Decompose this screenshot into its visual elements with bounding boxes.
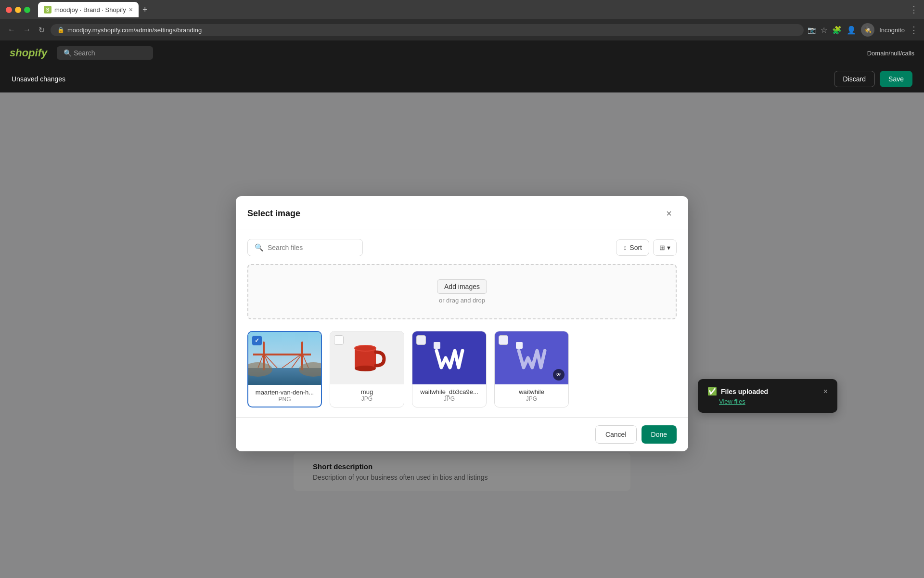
tab-favicon: S <box>44 6 51 13</box>
preview-eye-icon[interactable]: 👁 <box>553 369 565 381</box>
camera-off-icon: 📷 <box>808 26 816 34</box>
incognito-indicator: 🕵 <box>861 23 874 37</box>
browser-tab[interactable]: S moodjoy · Brand · Shopify × <box>38 2 139 17</box>
modal-overlay: Select image × 🔍 ↕ Sort ⊞ <box>0 40 924 578</box>
browser-menu[interactable]: ⋮ <box>910 4 918 15</box>
url-text: moodjoy.myshopify.com/admin/settings/bra… <box>67 26 202 34</box>
select-image-modal: Select image × 🔍 ↕ Sort ⊞ <box>236 196 688 451</box>
file-type: JPG <box>500 395 564 402</box>
admin-search[interactable]: 🔍 Search <box>57 46 153 60</box>
drop-zone[interactable]: Add images or drag and drop <box>247 264 677 319</box>
ssl-lock-icon: 🔒 <box>57 26 64 33</box>
file-card[interactable]: mug JPG <box>330 331 404 407</box>
file-checkbox[interactable] <box>499 335 508 345</box>
waitwhile-logo-2 <box>515 341 549 375</box>
discard-button[interactable]: Discard <box>834 71 875 87</box>
toast-close-button[interactable]: × <box>823 387 828 396</box>
svg-rect-17 <box>434 342 440 349</box>
grid-icon: ⊞ <box>659 244 665 251</box>
file-checkbox[interactable] <box>334 335 344 345</box>
forward-btn[interactable]: → <box>21 24 33 36</box>
toast-view-files-link[interactable]: View files <box>707 398 828 405</box>
extensions-icon[interactable]: 🧩 <box>832 26 842 35</box>
profile-icon[interactable]: 👤 <box>847 26 856 35</box>
done-button[interactable]: Done <box>642 425 677 444</box>
search-box[interactable]: 🔍 <box>247 239 363 256</box>
tab-title: moodjoy · Brand · Shopify <box>54 6 126 13</box>
file-name: waitwhile_db3ca9e... <box>417 388 481 395</box>
file-card[interactable]: ✓ maarten-van-den-h... PNG <box>247 331 322 407</box>
tab-close-btn[interactable]: × <box>129 6 133 13</box>
file-card[interactable]: waitwhile_db3ca9e... JPG <box>412 331 487 407</box>
file-card[interactable]: 👁 waitwhile JPG <box>494 331 569 407</box>
file-toolbar: 🔍 ↕ Sort ⊞ ▾ <box>247 239 677 256</box>
file-type: JPG <box>335 395 399 402</box>
svg-rect-18 <box>516 342 523 349</box>
window-minimize[interactable] <box>15 7 21 13</box>
file-checkbox[interactable] <box>416 335 426 345</box>
modal-close-button[interactable]: × <box>661 206 677 221</box>
browser-options[interactable]: ⋮ <box>910 25 918 35</box>
modal-title: Select image <box>247 209 300 219</box>
reload-btn[interactable]: ↻ <box>37 24 47 37</box>
file-name: maarten-van-den-h... <box>253 389 316 396</box>
back-btn[interactable]: ← <box>6 24 17 36</box>
chevron-down-icon: ▾ <box>667 244 670 251</box>
save-button[interactable]: Save <box>880 71 912 87</box>
search-icon: 🔍 <box>255 243 264 252</box>
admin-user-menu[interactable]: Domain/null/calls <box>867 50 914 57</box>
cancel-button[interactable]: Cancel <box>595 425 637 444</box>
view-toggle-button[interactable]: ⊞ ▾ <box>653 239 677 256</box>
toast-success-icon: ✅ <box>707 387 717 396</box>
window-close[interactable] <box>6 7 12 13</box>
svg-point-15 <box>355 366 376 371</box>
file-type: JPG <box>417 395 481 402</box>
sort-button[interactable]: ↕ Sort <box>616 239 649 256</box>
file-checkbox[interactable]: ✓ <box>252 336 262 345</box>
file-grid: ✓ maarten-van-den-h... PNG <box>247 331 677 407</box>
new-tab-btn[interactable]: + <box>142 5 148 15</box>
add-images-button[interactable]: Add images <box>437 279 487 294</box>
toast-notification: ✅ Files uploaded × View files <box>698 379 837 413</box>
drag-drop-text: or drag and drop <box>439 297 485 304</box>
search-input[interactable] <box>268 244 356 251</box>
file-type: PNG <box>253 396 316 403</box>
waitwhile-logo-1 <box>433 341 466 375</box>
window-maximize[interactable] <box>24 7 30 13</box>
sort-icon: ↕ <box>623 244 627 251</box>
address-bar[interactable]: 🔒 moodjoy.myshopify.com/admin/settings/b… <box>51 24 804 36</box>
toast-title: Files uploaded <box>721 388 768 395</box>
incognito-label: Incognito <box>879 26 905 34</box>
mug-illustration <box>348 339 386 377</box>
file-name: mug <box>335 388 399 395</box>
unsaved-message: Unsaved changes <box>12 75 65 83</box>
file-name: waitwhile <box>500 388 564 395</box>
shopify-logo: shopify <box>10 47 47 59</box>
bookmark-icon[interactable]: ☆ <box>821 26 827 35</box>
